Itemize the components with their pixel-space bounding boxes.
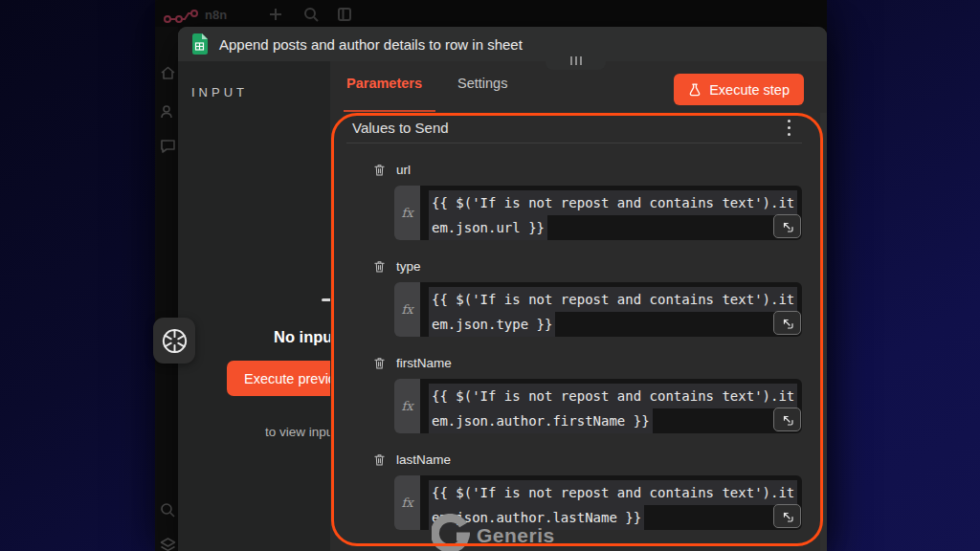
field-label: type	[396, 259, 421, 274]
field-label: firstName	[396, 356, 452, 370]
generis-watermark: Generis	[432, 514, 555, 551]
flask-icon	[688, 83, 702, 97]
expand-expression-icon	[782, 511, 793, 522]
no-input-message: No input data yet	[274, 328, 330, 346]
google-sheets-icon	[191, 33, 208, 55]
delete-field-icon[interactable]	[373, 259, 386, 274]
execute-step-button[interactable]: Execute step	[674, 74, 804, 105]
dialog-body: INPUT No input data yet Execute previous…	[178, 61, 827, 551]
open-expression-editor-button[interactable]	[773, 311, 801, 335]
desktop-background: n8n Ap	[0, 0, 980, 551]
dialog-title: Append posts and author details to row i…	[219, 36, 523, 53]
node-details-dialog: Append posts and author details to row i…	[178, 27, 827, 551]
execute-step-label: Execute step	[709, 82, 790, 98]
app-sidebar	[155, 27, 178, 551]
section-divider	[346, 143, 802, 143]
input-hint-text: to view input data	[265, 425, 330, 439]
open-expression-editor-button[interactable]	[773, 408, 801, 431]
add-icon[interactable]	[268, 7, 283, 22]
field-label: url	[396, 163, 411, 177]
home-icon[interactable]	[160, 65, 176, 81]
input-panel: INPUT No input data yet Execute previous…	[178, 61, 330, 551]
users-icon[interactable]	[160, 103, 176, 120]
expression-text[interactable]: {{ $('If is not repost and contains text…	[420, 282, 802, 337]
n8n-app-window: n8n Ap	[155, 0, 827, 551]
fx-badge: fx	[394, 475, 420, 530]
delete-field-icon[interactable]	[373, 163, 386, 177]
generis-logo-icon	[432, 514, 470, 551]
panel-toggle-icon[interactable]	[337, 7, 352, 22]
n8n-logo-text: n8n	[205, 8, 227, 22]
section-title: Values to Send	[352, 120, 449, 136]
tab-settings[interactable]: Settings	[457, 76, 507, 91]
expression-input[interactable]: fx {{ $('If is not repost and contains t…	[394, 379, 802, 433]
open-expression-editor-button[interactable]	[773, 504, 801, 528]
openai-logo-icon	[162, 328, 188, 354]
parameters-panel: Parameters Settings Execute step Values …	[330, 61, 827, 551]
expand-expression-icon	[782, 318, 793, 329]
scrollbar-gutter[interactable]	[820, 113, 827, 551]
field-label: lastName	[396, 452, 451, 467]
clipped-text-fragment	[322, 298, 330, 301]
fx-badge: fx	[394, 379, 420, 433]
open-expression-editor-button[interactable]	[773, 214, 801, 238]
dialog-header: Append posts and author details to row i…	[178, 27, 827, 61]
active-tab-underline	[344, 110, 435, 112]
tab-parameters[interactable]: Parameters	[346, 76, 422, 91]
fields-list: url fx {{ $('If is not repost and contai…	[373, 162, 802, 548]
expand-expression-icon	[782, 221, 793, 232]
fx-badge: fx	[394, 186, 420, 240]
generis-watermark-text: Generis	[477, 524, 555, 547]
chatgpt-floating-icon[interactable]	[153, 318, 195, 364]
layers-icon[interactable]	[160, 537, 176, 551]
chat-icon[interactable]	[160, 138, 176, 154]
fx-badge: fx	[394, 282, 420, 337]
panel-resize-handle[interactable]	[546, 52, 606, 70]
execute-previous-nodes-button[interactable]: Execute previous nodes	[227, 361, 330, 396]
expression-text[interactable]: {{ $('If is not repost and contains text…	[420, 379, 802, 433]
input-panel-title: INPUT	[191, 85, 248, 99]
expression-input[interactable]: fx {{ $('If is not repost and contains t…	[394, 282, 802, 337]
field-firstName: firstName fx {{ $('If is not repost and …	[373, 355, 802, 433]
field-url: url fx {{ $('If is not repost and contai…	[373, 162, 802, 240]
expand-expression-icon	[782, 414, 793, 426]
delete-field-icon[interactable]	[373, 452, 386, 467]
options-menu-icon[interactable]	[782, 120, 795, 136]
expression-text[interactable]: {{ $('If is not repost and contains text…	[420, 186, 802, 240]
expression-input[interactable]: fx {{ $('If is not repost and contains t…	[394, 186, 802, 240]
app-topbar: n8n	[155, 0, 827, 27]
delete-field-icon[interactable]	[373, 356, 386, 370]
search-small-icon[interactable]	[160, 502, 176, 518]
search-icon[interactable]	[303, 7, 319, 22]
n8n-logo-icon	[163, 9, 201, 24]
field-type: type fx {{ $('If is not repost and conta…	[373, 258, 802, 337]
